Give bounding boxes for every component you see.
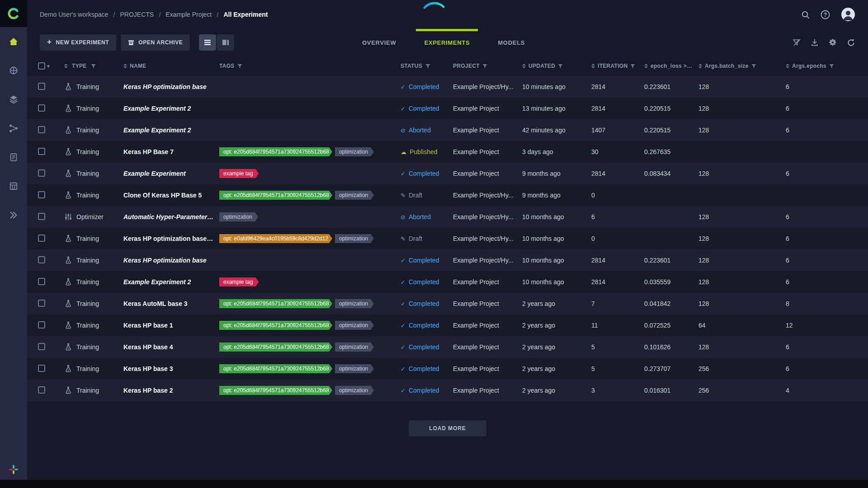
search-icon[interactable] (801, 10, 810, 19)
settings-gear-icon[interactable] (829, 38, 837, 47)
load-more-button[interactable]: LOAD MORE (409, 420, 486, 436)
sidebar-item-home[interactable] (0, 27, 27, 56)
sort-icon[interactable] (64, 64, 68, 68)
name-cell[interactable]: Example Experiment 2 (123, 278, 219, 286)
refresh-icon[interactable] (847, 38, 855, 47)
select-all-checkbox[interactable] (38, 62, 45, 70)
table-row[interactable]: Training Example Experiment 2 example ta… (27, 271, 868, 293)
name-cell[interactable]: Example Experiment 2 (123, 127, 219, 134)
name-cell[interactable]: Keras AutoML base 3 (123, 300, 219, 307)
column-header[interactable]: epoch_loss > epo (644, 63, 698, 69)
row-checkbox[interactable] (38, 256, 45, 263)
new-experiment-button[interactable]: + NEW EXPERIMENT (40, 34, 116, 51)
table-view-button[interactable] (199, 34, 216, 51)
table-row[interactable]: Training Clone Of Keras HP Base 5 opt: e… (27, 184, 868, 206)
breadcrumb-workspace[interactable]: Demo User's workspace (40, 11, 108, 18)
avatar[interactable] (841, 7, 855, 22)
sidebar-item-datasets[interactable] (0, 85, 27, 114)
table-row[interactable]: Training Keras HP base 2 opt: e205d684f7… (27, 380, 868, 401)
row-checkbox[interactable] (38, 126, 45, 133)
clear-filters-icon[interactable] (793, 38, 801, 47)
name-cell[interactable]: Automatic Hyper-Parameter O... (123, 213, 219, 221)
table-row[interactable]: Training Keras HP base 4 opt: e205d684f7… (27, 336, 868, 358)
name-cell[interactable]: Example Experiment 2 (123, 105, 219, 112)
tab-models[interactable]: MODELS (495, 29, 528, 56)
column-header[interactable]: NAME (123, 63, 219, 69)
filter-icon[interactable] (751, 64, 756, 69)
row-checkbox[interactable] (38, 213, 45, 220)
table-row[interactable]: Training Example Experiment example tag … (27, 163, 868, 184)
filter-icon[interactable] (237, 64, 242, 69)
filter-icon[interactable] (558, 64, 563, 69)
table-row[interactable]: Training Keras HP base 1 opt: e205d684f7… (27, 314, 868, 336)
name-cell[interactable]: Clone Of Keras HP Base 5 (123, 192, 219, 199)
clearml-logo[interactable] (0, 0, 27, 27)
sidebar-item-reports[interactable] (0, 143, 27, 172)
row-checkbox[interactable] (38, 148, 45, 155)
sidebar-item-projects[interactable] (0, 56, 27, 85)
table-row[interactable]: Training Example Experiment 2 ✓ Complete… (27, 98, 868, 119)
column-header[interactable]: PROJECT (453, 63, 522, 69)
row-checkbox[interactable] (38, 104, 45, 112)
column-header[interactable]: ▾ (38, 62, 64, 70)
row-checkbox[interactable] (38, 235, 45, 242)
name-cell[interactable]: Keras HP base 2 (123, 387, 219, 394)
filter-icon[interactable] (91, 64, 96, 69)
row-checkbox[interactable] (38, 83, 45, 90)
row-checkbox[interactable] (38, 343, 45, 350)
sort-icon[interactable] (698, 64, 702, 68)
table-row[interactable]: Optimizer Automatic Hyper-Parameter O...… (27, 206, 868, 228)
row-checkbox[interactable] (38, 365, 45, 372)
name-cell[interactable]: Example Experiment (123, 170, 219, 177)
sort-icon[interactable] (644, 64, 648, 68)
name-cell[interactable]: Keras HP optimization base (123, 257, 219, 264)
column-header[interactable]: Args.epochs (786, 63, 868, 69)
sidebar-item-pipelines[interactable] (0, 114, 27, 143)
name-cell[interactable]: Keras HP base 1 (123, 322, 219, 329)
table-row[interactable]: Training Keras HP optimization base ✓ Co… (27, 76, 868, 98)
slack-icon[interactable] (9, 465, 19, 476)
row-checkbox[interactable] (38, 300, 45, 307)
table-row[interactable]: Training Keras HP base 3 opt: e205d684f7… (27, 358, 868, 380)
filter-icon[interactable] (630, 64, 635, 69)
sort-icon[interactable] (786, 64, 789, 68)
breadcrumb-projects[interactable]: PROJECTS (120, 11, 154, 18)
row-checkbox[interactable] (38, 386, 45, 394)
table-row[interactable]: Training Keras HP optimization base: G..… (27, 228, 868, 249)
tab-overview[interactable]: OVERVIEW (359, 29, 399, 56)
download-icon[interactable] (811, 38, 819, 47)
sidebar-item-applications[interactable] (0, 201, 27, 230)
row-checkbox[interactable] (38, 321, 45, 328)
row-checkbox[interactable] (38, 169, 45, 177)
sort-icon[interactable] (591, 64, 595, 68)
column-header[interactable]: TYPE (64, 63, 123, 69)
column-header[interactable]: ITERATION (591, 63, 644, 69)
filter-icon[interactable] (425, 64, 430, 69)
name-cell[interactable]: Keras HP optimization base (123, 83, 219, 90)
table-row[interactable]: Training Example Experiment 2 ⊘ Aborted … (27, 119, 868, 141)
name-cell[interactable]: Keras HP Base 7 (123, 148, 219, 155)
table-row[interactable]: Training Keras HP Base 7 opt: e205d684f7… (27, 141, 868, 163)
row-checkbox[interactable] (38, 191, 45, 198)
name-cell[interactable]: Keras HP base 4 (123, 343, 219, 351)
name-cell[interactable]: Keras HP optimization base: G... (123, 235, 219, 242)
sort-icon[interactable] (123, 64, 127, 68)
filter-icon[interactable] (482, 64, 487, 69)
row-checkbox[interactable] (38, 278, 45, 285)
split-view-button[interactable] (217, 34, 234, 51)
sidebar-item-workers-queues[interactable] (0, 172, 27, 201)
breadcrumb-project[interactable]: Example Project (165, 11, 212, 18)
table-row[interactable]: Training Keras HP optimization base ✓ Co… (27, 249, 868, 271)
column-header[interactable]: STATUS (401, 63, 453, 69)
column-header[interactable]: Args.batch_size (698, 63, 786, 69)
table-row[interactable]: Training Keras AutoML base 3 opt: e205d6… (27, 293, 868, 314)
help-icon[interactable]: ? (821, 10, 830, 19)
open-archive-button[interactable]: OPEN ARCHIVE (121, 34, 190, 51)
name-cell[interactable]: Keras HP base 3 (123, 365, 219, 372)
filter-icon[interactable] (829, 64, 834, 69)
tab-experiments[interactable]: EXPERIMENTS (421, 29, 472, 56)
select-all-caret-icon[interactable]: ▾ (47, 63, 50, 69)
sort-icon[interactable] (522, 64, 526, 68)
column-header[interactable]: UPDATED (522, 63, 591, 69)
column-header[interactable]: TAGS (219, 63, 401, 69)
